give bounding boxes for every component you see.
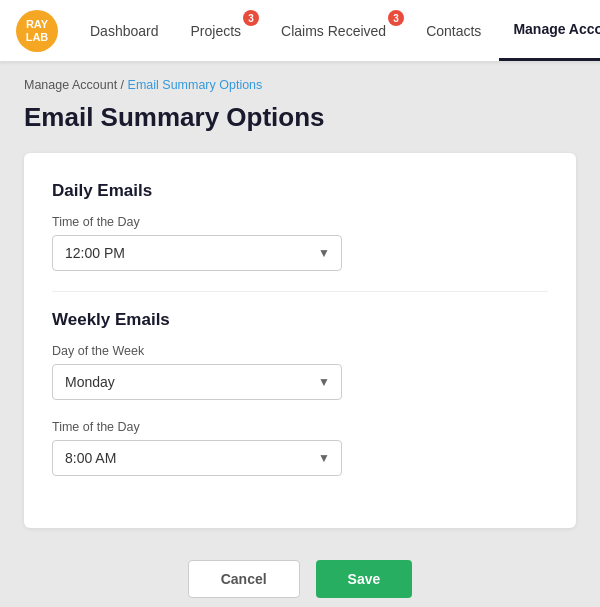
daily-time-select-wrapper: 12:00 AM1:00 AM2:00 AM3:00 AM4:00 AM5:00… [52, 235, 342, 271]
weekly-time-select[interactable]: 12:00 AM1:00 AM2:00 AM3:00 AM4:00 AM5:00… [52, 440, 342, 476]
breadcrumb-parent[interactable]: Manage Account [24, 78, 117, 92]
nav-label-projects: Projects [191, 23, 242, 39]
weekly-day-select[interactable]: MondayTuesdayWednesdayThursdayFridaySatu… [52, 364, 342, 400]
nav-label-dashboard: Dashboard [90, 23, 159, 39]
nav-label-manage-account: Manage Account [513, 21, 600, 37]
breadcrumb-current[interactable]: Email Summary Options [128, 78, 263, 92]
daily-time-label: Time of the Day [52, 215, 548, 229]
daily-time-select[interactable]: 12:00 AM1:00 AM2:00 AM3:00 AM4:00 AM5:00… [52, 235, 342, 271]
nav-item-claims[interactable]: Claims Received 3 [267, 0, 408, 61]
claims-badge: 3 [388, 10, 404, 26]
nav-label-claims: Claims Received [281, 23, 386, 39]
weekly-time-label: Time of the Day [52, 420, 548, 434]
weekly-time-select-wrapper: 12:00 AM1:00 AM2:00 AM3:00 AM4:00 AM5:00… [52, 440, 342, 476]
breadcrumb-separator: / [121, 78, 128, 92]
weekly-day-select-wrapper: MondayTuesdayWednesdayThursdayFridaySatu… [52, 364, 342, 400]
daily-emails-section: Daily Emails Time of the Day 12:00 AM1:0… [52, 181, 548, 271]
daily-emails-title: Daily Emails [52, 181, 548, 201]
cancel-button[interactable]: Cancel [188, 560, 300, 598]
navbar: RAYLAB Dashboard Projects 3 Claims Recei… [0, 0, 600, 62]
nav-item-contacts[interactable]: Contacts [412, 0, 495, 61]
breadcrumb: Manage Account / Email Summary Options [24, 78, 576, 92]
projects-badge: 3 [243, 10, 259, 26]
nav-items: Dashboard Projects 3 Claims Received 3 C… [76, 0, 600, 61]
nav-item-projects[interactable]: Projects 3 [177, 0, 264, 61]
footer-actions: Cancel Save [24, 552, 576, 607]
nav-label-contacts: Contacts [426, 23, 481, 39]
page-title: Email Summary Options [24, 102, 576, 133]
logo-text: RAYLAB [26, 18, 49, 42]
weekly-day-label: Day of the Week [52, 344, 548, 358]
save-button[interactable]: Save [316, 560, 413, 598]
nav-item-manage-account[interactable]: Manage Account [499, 0, 600, 61]
main-content: Manage Account / Email Summary Options E… [0, 62, 600, 607]
weekly-emails-title: Weekly Emails [52, 310, 548, 330]
nav-item-dashboard[interactable]: Dashboard [76, 0, 173, 61]
settings-card: Daily Emails Time of the Day 12:00 AM1:0… [24, 153, 576, 528]
logo[interactable]: RAYLAB [16, 10, 58, 52]
section-divider [52, 291, 548, 292]
weekly-emails-section: Weekly Emails Day of the Week MondayTues… [52, 310, 548, 476]
